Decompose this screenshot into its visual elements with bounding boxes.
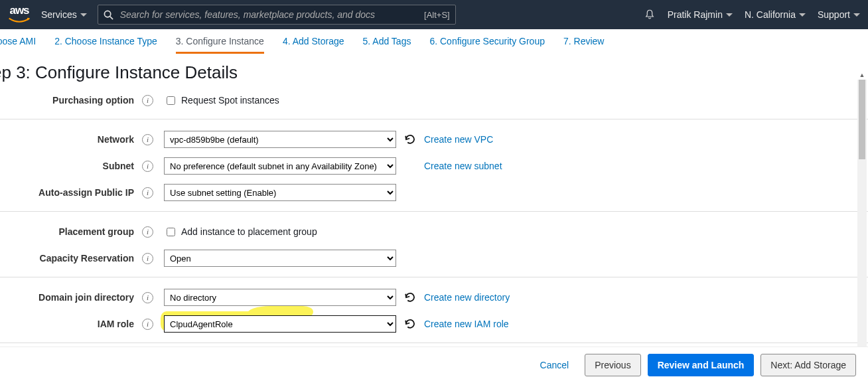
purchasing-checkbox-wrap[interactable]: Request Spot instances xyxy=(164,94,279,107)
info-icon[interactable]: i xyxy=(142,253,153,264)
tab-choose-ami[interactable]: noose AMI xyxy=(0,36,36,54)
support-menu[interactable]: Support xyxy=(818,9,860,20)
search-input[interactable] xyxy=(119,9,419,21)
placement-label-text: Add instance to placement group xyxy=(181,226,317,237)
aws-logo[interactable]: aws xyxy=(8,5,31,24)
info-icon[interactable]: i xyxy=(142,319,153,330)
row-subnet: Subnet i No preference (default subnet i… xyxy=(0,153,868,179)
placement-checkbox-wrap[interactable]: Add instance to placement group xyxy=(164,226,317,238)
refresh-icon[interactable] xyxy=(404,318,416,330)
previous-button[interactable]: Previous xyxy=(585,354,640,376)
refresh-icon[interactable] xyxy=(404,291,416,303)
row-domain-join: Domain join directory i No directory Cre… xyxy=(0,284,868,311)
account-menu[interactable]: Pratik Rajmin xyxy=(668,9,733,20)
services-label: Services xyxy=(41,9,77,20)
info-icon[interactable]: i xyxy=(142,292,153,303)
tab-add-tags[interactable]: 5. Add Tags xyxy=(363,36,411,54)
tab-configure-instance[interactable]: 3. Configure Instance xyxy=(176,36,264,54)
top-nav: aws Services [Alt+S] Pratik Rajmin N. Ca… xyxy=(0,0,868,29)
label-purchasing: Purchasing option xyxy=(0,95,138,106)
search-shortcut: [Alt+S] xyxy=(424,10,450,20)
services-menu[interactable]: Services xyxy=(41,9,87,20)
caret-down-icon xyxy=(853,13,860,17)
search-icon xyxy=(104,10,113,20)
vertical-scrollbar[interactable]: ▲ ▼ xyxy=(857,80,867,348)
aws-smile-icon xyxy=(8,17,31,24)
subnet-select[interactable]: No preference (default subnet in any Ava… xyxy=(164,157,396,175)
main-content: noose AMI 2. Choose Instance Type 3. Con… xyxy=(0,29,868,383)
tab-add-storage[interactable]: 4. Add Storage xyxy=(283,36,344,54)
next-button[interactable]: Next: Add Storage xyxy=(760,354,856,376)
info-icon[interactable]: i xyxy=(142,95,153,106)
page-title: ep 3: Configure Instance Details xyxy=(0,62,868,83)
network-select[interactable]: vpc-d859b9be (default) xyxy=(164,131,396,148)
aws-logo-text: aws xyxy=(9,4,29,17)
tab-review[interactable]: 7. Review xyxy=(563,36,604,54)
row-capacity-reservation: Capacity Reservation i Open xyxy=(0,245,868,271)
create-vpc-link[interactable]: Create new VPC xyxy=(424,134,493,145)
footer-actions: Cancel Previous Review and Launch Next: … xyxy=(0,346,868,383)
caret-down-icon xyxy=(799,13,806,17)
row-purchasing-option: Purchasing option i Request Spot instanc… xyxy=(0,87,868,114)
label-network: Network xyxy=(0,134,138,145)
placement-checkbox[interactable] xyxy=(167,228,175,236)
review-and-launch-button[interactable]: Review and Launch xyxy=(648,354,755,376)
capacity-select[interactable]: Open xyxy=(164,250,396,267)
row-placement-group: Placement group i Add instance to placem… xyxy=(0,218,868,245)
caret-down-icon xyxy=(80,13,87,17)
row-iam-role: IAM role i ClpudAgentRole Create new IAM… xyxy=(0,311,868,337)
create-directory-link[interactable]: Create new directory xyxy=(424,292,510,303)
caret-down-icon xyxy=(726,13,733,17)
scrollbar-thumb[interactable] xyxy=(859,80,865,159)
label-autoip: Auto-assign Public IP xyxy=(0,187,138,198)
info-icon[interactable]: i xyxy=(142,226,153,238)
info-icon[interactable]: i xyxy=(142,161,153,172)
request-spot-label: Request Spot instances xyxy=(181,95,279,106)
iam-role-select[interactable]: ClpudAgentRole xyxy=(164,315,396,333)
row-auto-assign-ip: Auto-assign Public IP i Use subnet setti… xyxy=(0,179,868,206)
label-iam: IAM role xyxy=(0,319,138,329)
create-subnet-link[interactable]: Create new subnet xyxy=(424,161,502,171)
cancel-button[interactable]: Cancel xyxy=(531,354,579,376)
region-name: N. California xyxy=(745,9,796,20)
create-iam-role-link[interactable]: Create new IAM role xyxy=(424,319,509,329)
svg-point-0 xyxy=(104,11,110,17)
label-domainjoin: Domain join directory xyxy=(0,292,138,303)
label-placement: Placement group xyxy=(0,226,138,237)
refresh-icon[interactable] xyxy=(404,133,416,145)
top-right: Pratik Rajmin N. California Support xyxy=(644,9,860,21)
tab-choose-instance-type[interactable]: 2. Choose Instance Type xyxy=(54,36,157,54)
account-name: Pratik Rajmin xyxy=(668,9,723,20)
region-menu[interactable]: N. California xyxy=(745,9,806,20)
scroll-up-arrow[interactable]: ▲ xyxy=(857,70,867,80)
label-subnet: Subnet xyxy=(0,161,138,171)
svg-line-1 xyxy=(110,16,113,19)
info-icon[interactable]: i xyxy=(142,187,153,198)
notifications-icon[interactable] xyxy=(644,9,656,21)
domainjoin-select[interactable]: No directory xyxy=(164,289,396,306)
search-box[interactable]: [Alt+S] xyxy=(98,5,456,25)
tab-security-group[interactable]: 6. Configure Security Group xyxy=(429,36,545,54)
autoip-select[interactable]: Use subnet setting (Enable) xyxy=(164,184,396,201)
request-spot-checkbox[interactable] xyxy=(167,96,175,105)
label-capacity: Capacity Reservation xyxy=(0,253,138,264)
info-icon[interactable]: i xyxy=(142,134,153,145)
configure-form: Purchasing option i Request Spot instanc… xyxy=(0,87,868,383)
wizard-steps: noose AMI 2. Choose Instance Type 3. Con… xyxy=(0,29,868,54)
row-network: Network i vpc-d859b9be (default) Create … xyxy=(0,126,868,153)
support-label: Support xyxy=(818,9,850,20)
